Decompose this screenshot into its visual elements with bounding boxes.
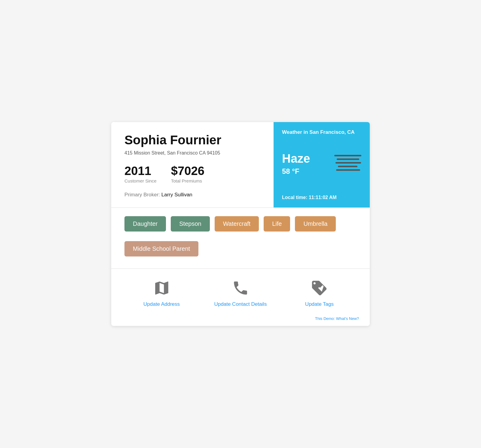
total-premiums-stat: $7026 Total Premiums: [171, 164, 204, 183]
update-address-label: Update Address: [143, 301, 180, 307]
haze-icon: [334, 155, 361, 171]
actions-section: Update Address Update Contact Details Up…: [111, 268, 370, 316]
update-tags-action[interactable]: Update Tags: [295, 278, 343, 307]
stats-row: 2011 Customer Since $7026 Total Premiums: [124, 164, 263, 183]
update-tags-label: Update Tags: [305, 301, 334, 307]
customer-name: Sophia Fournier: [124, 133, 263, 147]
weather-main: Haze 58 °F: [282, 152, 361, 176]
weather-local-time: Local time: 11:11:02 AM: [282, 195, 361, 200]
tags-row-1: DaughterStepsonWatercraftLifeUmbrella: [124, 216, 358, 232]
broker-row: Primary Broker: Larry Sullivan: [124, 192, 263, 198]
tag-daughter[interactable]: Daughter: [124, 216, 166, 232]
weather-widget: Weather in San Francisco, CA Haze 58 °F …: [274, 122, 370, 207]
map-icon: [152, 278, 171, 298]
customer-since-label: Customer Since: [124, 178, 157, 183]
profile-card: Sophia Fournier 415 Mission Street, San …: [111, 122, 370, 326]
total-premiums-label: Total Premiums: [171, 178, 202, 183]
update-contact-label: Update Contact Details: [214, 301, 267, 307]
tags-row-1: DaughterStepsonWatercraftLifeUmbrellaMid…: [124, 216, 358, 256]
tag-stepson[interactable]: Stepson: [171, 216, 210, 232]
tag-umbrella[interactable]: Umbrella: [295, 216, 336, 232]
broker-label: Primary Broker:: [124, 192, 161, 198]
tag-icon: [310, 278, 329, 298]
customer-address: 415 Mission Street, San Francisco CA 941…: [124, 150, 263, 156]
top-section: Sophia Fournier 415 Mission Street, San …: [111, 122, 370, 207]
customer-since-value: 2011: [124, 164, 151, 178]
tag-life[interactable]: Life: [264, 216, 290, 232]
tags-row-2: Middle School Parent: [124, 241, 358, 256]
weather-temperature: 58 °F: [282, 167, 310, 176]
update-contact-action[interactable]: Update Contact Details: [214, 278, 267, 307]
phone-icon: [231, 278, 250, 298]
customer-since-stat: 2011 Customer Since: [124, 164, 157, 183]
footer: This Demo: What's New?: [111, 316, 370, 326]
tag-watercraft[interactable]: Watercraft: [215, 216, 259, 232]
profile-info: Sophia Fournier 415 Mission Street, San …: [111, 122, 274, 207]
tags-section: DaughterStepsonWatercraftLifeUmbrellaMid…: [111, 208, 370, 268]
weather-condition-block: Haze 58 °F: [282, 152, 310, 176]
update-address-action[interactable]: Update Address: [138, 278, 186, 307]
tag-middle-school-parent[interactable]: Middle School Parent: [124, 241, 198, 256]
total-premiums-value: $7026: [171, 164, 204, 178]
weather-title: Weather in San Francisco, CA: [282, 129, 361, 135]
broker-name: Larry Sullivan: [161, 192, 192, 198]
demo-link[interactable]: This Demo: What's New?: [315, 316, 359, 321]
weather-condition: Haze: [282, 152, 310, 165]
